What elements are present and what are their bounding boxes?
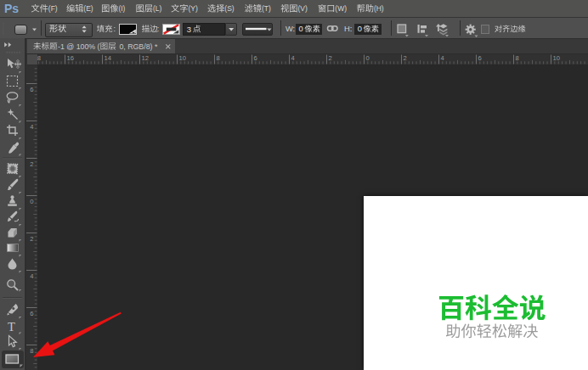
- svg-text:6: 6: [478, 54, 482, 62]
- svg-text:(S): (S): [224, 4, 235, 13]
- svg-text:3: 3: [187, 25, 191, 34]
- svg-text:14: 14: [105, 54, 111, 62]
- svg-text:8: 8: [30, 347, 33, 355]
- svg-text:0, RGB/8) *: 0, RGB/8) *: [119, 42, 158, 51]
- svg-text:H:: H:: [344, 25, 352, 33]
- svg-text:-1 @ 100% (: -1 @ 100% (: [58, 42, 100, 51]
- svg-text:0: 0: [299, 25, 303, 33]
- svg-text:8: 8: [37, 54, 41, 62]
- svg-text:6: 6: [254, 54, 257, 62]
- svg-text:4: 4: [441, 54, 444, 62]
- svg-text:0: 0: [366, 54, 370, 62]
- svg-text:2: 2: [30, 235, 33, 243]
- svg-text:(T): (T): [262, 4, 271, 13]
- svg-text:2: 2: [329, 54, 332, 62]
- svg-text:(L): (L): [153, 4, 162, 13]
- svg-text:W:: W:: [286, 25, 295, 33]
- svg-text:0: 0: [30, 198, 33, 205]
- svg-text:8: 8: [217, 54, 220, 62]
- svg-text:10: 10: [553, 54, 560, 62]
- svg-text:(Y): (Y): [188, 4, 198, 13]
- svg-text:T: T: [8, 320, 15, 334]
- svg-text:Ps: Ps: [4, 2, 19, 15]
- svg-text:(E): (E): [83, 4, 93, 13]
- svg-text:4: 4: [291, 54, 295, 62]
- svg-text:2: 2: [404, 54, 407, 62]
- svg-text:6: 6: [30, 310, 33, 317]
- svg-text:4: 4: [30, 123, 33, 131]
- svg-text:12: 12: [142, 54, 149, 62]
- svg-text:8: 8: [516, 54, 519, 62]
- svg-text:(H): (H): [374, 4, 384, 13]
- svg-text:6: 6: [30, 86, 33, 93]
- svg-text:10: 10: [179, 54, 186, 62]
- svg-text:(V): (V): [297, 4, 308, 13]
- svg-text:(F): (F): [48, 4, 58, 13]
- svg-text::: :: [114, 25, 116, 33]
- svg-text:4: 4: [30, 272, 33, 280]
- svg-text:16: 16: [67, 54, 74, 62]
- svg-text:0: 0: [358, 25, 362, 33]
- svg-text:(W): (W): [335, 4, 347, 13]
- svg-text:(I): (I): [118, 4, 125, 13]
- svg-text:2: 2: [30, 160, 33, 168]
- svg-text::: :: [157, 25, 160, 33]
